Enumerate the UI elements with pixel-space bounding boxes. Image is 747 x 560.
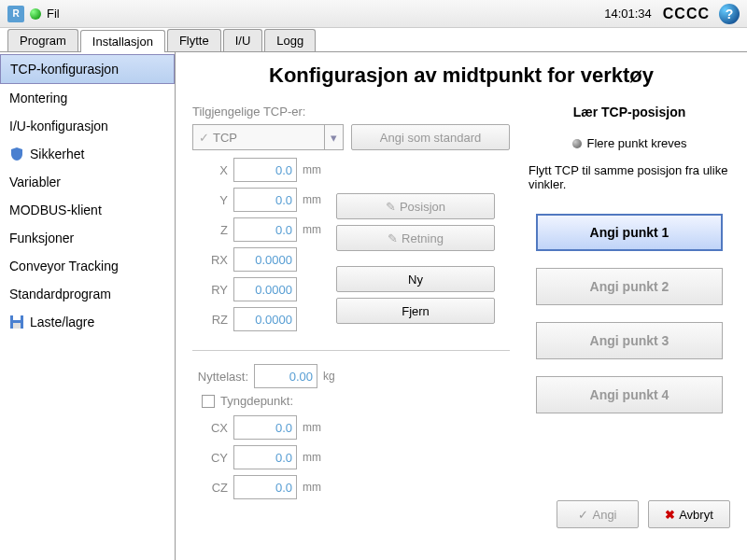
label-x: X (192, 163, 228, 177)
label-rz: RZ (192, 313, 228, 327)
sidebar-item-4[interactable]: Variabler (0, 168, 175, 196)
tabs: ProgramInstallasjonFlytteI/ULogg (0, 28, 747, 52)
available-tcp-label: Tilgjengelige TCP-er: (192, 105, 510, 119)
input-cz[interactable] (233, 475, 297, 499)
shield-icon (9, 147, 24, 161)
sidebar: TCP-konfigurasjonMonteringI/U-konfiguras… (0, 52, 176, 560)
label-ry: RY (192, 283, 228, 297)
sidebar-item-label: Funksjoner (9, 231, 74, 245)
sidebar-item-3[interactable]: Sikkerhet (0, 140, 175, 168)
tab-installasjon[interactable]: Installasjon (80, 30, 165, 52)
unit-z: mm (303, 223, 321, 236)
tab-flytte[interactable]: Flytte (167, 29, 221, 51)
tcp-select[interactable]: ✓ TCP ▾ (192, 124, 344, 150)
cancel-button[interactable]: ✖Avbryt (648, 500, 730, 528)
sidebar-item-label: Standardprogram (9, 287, 111, 301)
svg-rect-1 (13, 315, 21, 320)
sidebar-item-label: Sikkerhet (30, 147, 84, 161)
sidebar-item-8[interactable]: Standardprogram (0, 280, 175, 308)
remove-button[interactable]: Fjern (336, 298, 495, 324)
sidebar-item-label: Laste/lagre (30, 315, 94, 329)
set-button[interactable]: ✓Angi (557, 500, 639, 528)
set-default-button[interactable]: Angi som standard (351, 124, 510, 150)
status-cccc: CCCC (663, 6, 710, 22)
teach-title: Lær TCP-posisjon (529, 105, 730, 119)
set-point-4-button[interactable]: Angi punkt 4 (536, 376, 723, 413)
clock: 14:01:34 (604, 7, 652, 21)
tab-logg[interactable]: Logg (264, 29, 316, 51)
unit-y: mm (303, 193, 321, 206)
sidebar-item-5[interactable]: MODBUS-klient (0, 196, 175, 224)
input-cx[interactable] (233, 415, 297, 440)
sidebar-item-9[interactable]: Laste/lagre (0, 308, 175, 336)
sidebar-item-label: Conveyor Tracking (9, 259, 119, 273)
label-rx: RX (192, 253, 228, 267)
sidebar-item-label: TCP-konfigurasjon (10, 62, 119, 77)
input-cy[interactable] (233, 445, 297, 469)
tab-i/u[interactable]: I/U (223, 29, 263, 51)
label-cz: CZ (192, 481, 228, 495)
tab-program[interactable]: Program (7, 29, 78, 51)
direction-button[interactable]: ✎Retning (336, 225, 495, 251)
set-point-2-button[interactable]: Angi punkt 2 (536, 268, 723, 305)
position-button[interactable]: ✎Posisjon (336, 193, 495, 219)
set-point-1-button[interactable]: Angi punkt 1 (536, 214, 723, 251)
check-icon: ✓ (578, 508, 588, 522)
label-z: Z (192, 223, 228, 237)
sidebar-item-2[interactable]: I/U-konfigurasjon (0, 112, 175, 140)
sidebar-item-label: Variabler (9, 175, 61, 189)
sidebar-item-7[interactable]: Conveyor Tracking (0, 252, 175, 280)
teach-desc: Flytt TCP til samme posisjon fra ulike v… (529, 163, 730, 191)
sidebar-item-0[interactable]: TCP-konfigurasjon (0, 54, 175, 84)
label-cy: CY (192, 451, 228, 465)
input-rx[interactable] (233, 247, 297, 272)
label-cx: CX (192, 421, 228, 435)
sidebar-item-1[interactable]: Montering (0, 84, 175, 112)
tcp-select-value: TCP (213, 131, 237, 145)
close-icon: ✖ (665, 508, 675, 522)
info-dot-icon (572, 139, 582, 148)
set-point-3-button[interactable]: Angi punkt 3 (536, 322, 723, 359)
input-payload[interactable] (254, 364, 317, 388)
new-button[interactable]: Ny (336, 266, 495, 292)
unit-payload: kg (323, 370, 335, 383)
teach-info: Flere punkt kreves (587, 136, 687, 150)
sidebar-item-label: I/U-konfigurasjon (9, 119, 108, 133)
status-dot-icon (30, 8, 41, 20)
input-ry[interactable] (233, 277, 297, 301)
unit-x: mm (303, 163, 321, 176)
cog-checkbox[interactable] (202, 395, 215, 408)
help-icon[interactable]: ? (719, 4, 740, 24)
payload-label: Nyttelast: (192, 370, 248, 384)
input-z[interactable] (233, 217, 297, 242)
ur-logo: R (7, 6, 24, 22)
sidebar-item-6[interactable]: Funksjoner (0, 224, 175, 252)
cog-label: Tyngdepunkt: (220, 394, 293, 408)
label-y: Y (192, 193, 228, 207)
menu-file[interactable]: Fil (47, 7, 60, 21)
svg-rect-2 (13, 323, 21, 329)
input-x[interactable] (233, 158, 297, 182)
page-title: Konfigurasjon av midtpunkt for verktøy (192, 63, 730, 88)
input-rz[interactable] (233, 307, 297, 331)
chevron-down-icon: ▾ (324, 125, 343, 149)
disk-icon (9, 315, 24, 329)
input-y[interactable] (233, 188, 297, 212)
sidebar-item-label: Montering (9, 91, 67, 105)
sidebar-item-label: MODBUS-klient (9, 203, 102, 217)
